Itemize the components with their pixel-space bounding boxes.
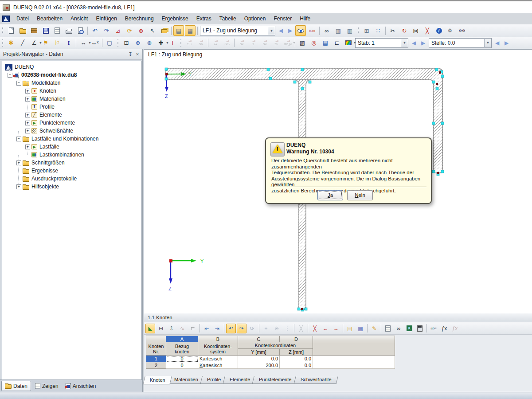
sidebar-item-lastflleundkombinationen[interactable]: Lastfälle und Kombinationen [23, 135, 98, 143]
table-glasses-icon[interactable]: ∞ [394, 324, 403, 333]
prev-stab-icon[interactable]: ◀ [410, 38, 418, 48]
row-header-1[interactable]: 1 [146, 356, 166, 362]
panel-right-icon[interactable]: ▥ [344, 25, 355, 36]
tree-expander-collapse-icon[interactable]: − [8, 73, 12, 78]
tree-expander-expand-icon[interactable]: + [25, 89, 30, 94]
undo-icon[interactable]: ↶ [90, 25, 100, 36]
close-icon[interactable]: × [134, 51, 141, 58]
sidebar-item-schweinhte[interactable]: Schweißnähte [31, 127, 73, 135]
toolbar-grip[interactable] [2, 26, 4, 35]
new-line-icon[interactable]: ╱ [17, 38, 28, 48]
chevron-down-icon[interactable]: ▼ [353, 41, 356, 44]
column-letter-B[interactable]: B [198, 336, 238, 342]
calculation-params-icon[interactable] [445, 25, 456, 36]
menu-extras[interactable]: Extras [192, 13, 215, 24]
tab-schweinhte[interactable]: Schweißnähte [293, 376, 338, 384]
calculator-icon[interactable] [415, 324, 425, 333]
table-undo-icon[interactable]: ↶ [226, 324, 236, 333]
zoom-in-icon[interactable]: ⊕ [133, 38, 143, 48]
rename-icon[interactable]: ab= [429, 324, 438, 333]
tree-expander-expand-icon[interactable]: + [25, 97, 30, 102]
interpolate-icon[interactable]: ⋮ [282, 324, 292, 333]
excel-export-icon[interactable] [404, 324, 414, 333]
import-clipboard-icon[interactable] [383, 324, 393, 333]
yes-button[interactable]: Ja [317, 190, 343, 200]
menu-datei[interactable]: Datei [12, 13, 33, 24]
nav-tab-ansichten[interactable]: Ansichten [63, 381, 99, 391]
color-scale-icon[interactable]: ▼ [343, 38, 354, 48]
sidebar-item-lastkombinationen[interactable]: Lastkombinationen [31, 151, 84, 159]
cell-empty[interactable] [313, 362, 395, 369]
sidebar-item-ausdruckprotokolle[interactable]: Ausdruckprotokolle [23, 175, 77, 183]
result-sigmax-icon[interactable]: σx [236, 38, 247, 48]
cell-bezugknoten[interactable]: 0 [166, 362, 198, 369]
table-mode-icon[interactable]: ◣ [145, 324, 155, 333]
open-project-icon[interactable] [29, 25, 39, 36]
new-support2-icon[interactable]: ⚐ [52, 38, 63, 48]
rotate-view-icon[interactable]: ⟳ [124, 25, 135, 36]
select-special-icon[interactable]: ✂ [387, 25, 398, 36]
cell-z[interactable]: 0.0 [280, 356, 313, 362]
sidebar-item-ergebnisse[interactable]: Ergebnisse [23, 167, 58, 175]
open-file-icon[interactable] [17, 25, 28, 36]
row-header-2[interactable]: 2 [146, 362, 166, 369]
prev-loadcase-icon[interactable]: ◀ [277, 26, 285, 35]
toolbar-grip[interactable] [357, 26, 360, 35]
result-sigmaxpl-icon[interactable]: σx,pl▼ [282, 38, 293, 48]
tab-elemente[interactable]: Elemente [223, 376, 257, 384]
tree-expander-expand-icon[interactable]: + [25, 113, 30, 117]
tree-expander-expand-icon[interactable]: + [25, 129, 30, 133]
column-letter-D[interactable]: D [280, 336, 313, 342]
stress-points-icon[interactable]: ◎ [309, 38, 319, 48]
tab-materialien[interactable]: Materialien [167, 376, 204, 384]
tab-punktelemente[interactable]: Punktelemente [252, 376, 298, 384]
formula-icon[interactable]: ƒx [439, 324, 449, 333]
stab-combo[interactable]: Stab: 1▼ [355, 38, 408, 48]
printout-report-icon[interactable] [52, 25, 63, 36]
new-file-icon[interactable] [6, 25, 16, 36]
tab-knoten[interactable]: Knoten [143, 376, 172, 384]
redo-icon[interactable]: ↷ [101, 25, 112, 36]
show-values-icon[interactable]: x.xx [307, 25, 317, 36]
result-tau-icon[interactable]: τ [248, 38, 258, 48]
visibility-frame-icon[interactable]: ⊏ [332, 38, 342, 48]
new-polyline-icon[interactable]: ∠▼ [29, 38, 39, 48]
options-icon[interactable]: ⚙⚙ [457, 25, 467, 36]
result-percent-icon[interactable]: % [271, 38, 282, 48]
zoom-section-icon[interactable]: I [167, 38, 178, 48]
mirror-icon[interactable]: ⋈ [411, 25, 421, 36]
sidebar-item-002638modelfiledu8[interactable]: 002638-model-file.du8 [14, 71, 77, 79]
insert-row-icon[interactable]: ⊞ [156, 324, 166, 333]
new-node-icon[interactable]: ✱ [6, 38, 16, 48]
tree-expander-expand-icon[interactable]: + [16, 184, 21, 189]
result-graph-icon[interactable]: ∿ [177, 324, 187, 333]
toolbar-grip[interactable] [2, 39, 4, 47]
generate-icon[interactable]: ✳ [272, 324, 282, 333]
zoom-window-icon[interactable]: ⊡ [121, 38, 132, 48]
view-glasses-icon[interactable]: ∞ [321, 25, 332, 36]
pick-object-icon[interactable]: ↖ [147, 25, 158, 36]
edit-comment-icon[interactable]: ✎ [369, 324, 379, 333]
result-somega-icon[interactable]: Sω [222, 38, 232, 48]
info-icon[interactable] [434, 25, 444, 36]
show-loads-icon[interactable] [295, 25, 306, 36]
delete-shift-left-icon[interactable]: ← [321, 324, 330, 333]
no-button[interactable]: Nein [347, 190, 373, 200]
select-window-icon[interactable]: ▢ [104, 38, 115, 48]
snap-icon[interactable]: ⊞ [361, 25, 372, 36]
result-sigmav-icon[interactable]: σv [259, 38, 270, 48]
prev-table-icon[interactable]: ⇤ [202, 324, 211, 333]
dimension-icon[interactable]: ↔▼ [78, 38, 89, 48]
result-panel-icon[interactable]: ▤ [320, 38, 331, 48]
sidebar-item-schnittgren[interactable]: Schnittgrößen [23, 159, 65, 167]
delete-shift-right-icon[interactable]: → [331, 324, 341, 333]
sidebar-item-knoten[interactable]: Knoten [31, 87, 56, 95]
show-tables-icon[interactable]: ▤ [173, 25, 184, 36]
toolbar-grip[interactable] [180, 39, 182, 47]
next-stab-icon[interactable]: ▶ [419, 38, 427, 48]
cell-bezugknoten[interactable]: 0 [166, 356, 198, 362]
new-support1-icon[interactable]: ⚑ [40, 38, 51, 48]
add-rows-icon[interactable]: ＋ [261, 324, 271, 333]
save-icon[interactable] [40, 25, 51, 36]
pin-icon[interactable]: ↧ [127, 51, 134, 58]
